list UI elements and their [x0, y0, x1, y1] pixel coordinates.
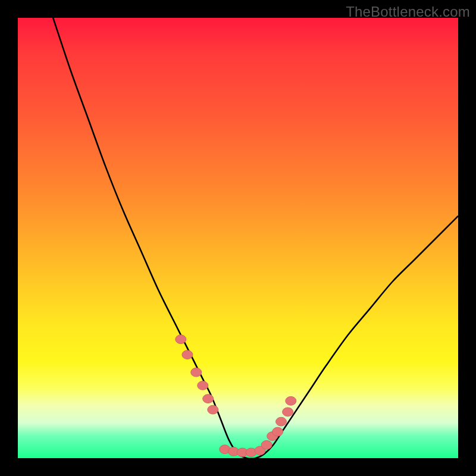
highlight-dot — [273, 427, 283, 436]
plot-area — [18, 18, 458, 458]
highlight-dot — [176, 335, 186, 344]
highlight-dot — [182, 350, 193, 359]
chart-svg — [18, 18, 458, 458]
highlight-dot — [286, 396, 296, 405]
bottleneck-curve — [53, 18, 458, 459]
highlight-dot — [203, 394, 214, 403]
chart-frame: TheBottleneck.com — [0, 0, 476, 476]
highlight-dot — [198, 381, 208, 390]
highlight-dot — [283, 408, 293, 416]
highlight-dot — [208, 405, 218, 414]
highlight-dot — [191, 368, 202, 377]
watermark-text: TheBottleneck.com — [346, 4, 470, 20]
highlight-dot — [261, 440, 272, 449]
highlight-dot — [276, 417, 287, 426]
